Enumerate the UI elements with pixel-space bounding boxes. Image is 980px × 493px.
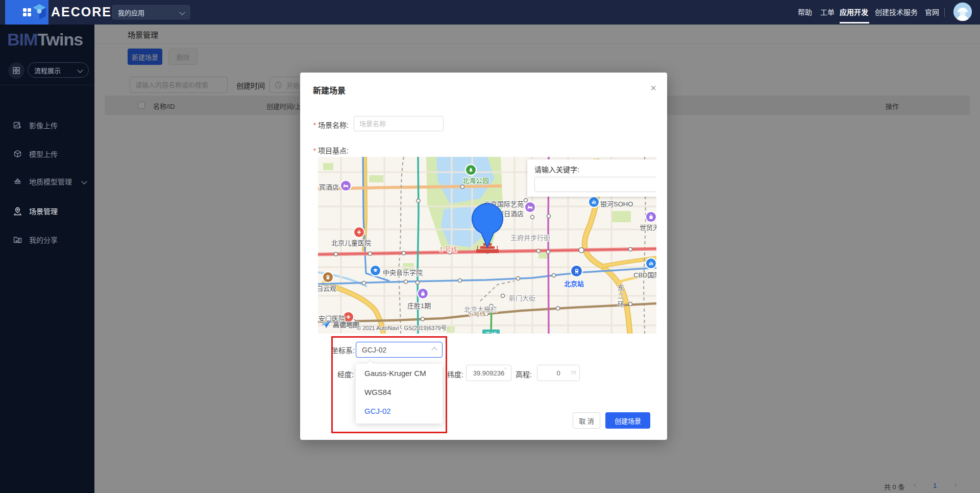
temple-icon [323,272,333,282]
dropdown-option-gcj02[interactable]: GCJ-02 [356,402,443,420]
cancel-button[interactable]: 取 消 [573,412,600,429]
map-attribution: © 2021 AutoNavi - GS(2019)6379号 [357,323,447,332]
layers-icon [13,177,22,186]
degree-unit: ° [504,366,507,373]
close-icon[interactable]: × [645,80,662,96]
coord-system-value: GCJ-02 [362,346,386,354]
top-menu-workorder[interactable]: 工单 [820,0,835,25]
hotel-icon [525,202,535,212]
helmet-user-icon [953,3,972,21]
map-canvas[interactable]: 北海公园 宾酒店 北京儿童医院 中央音乐学院 白云观 安门医院 庄胜1期 北京大… [318,157,656,334]
scene-name-label: 场景名称: [309,120,349,130]
hotel-icon [341,181,351,191]
coord-system-dropdown: Gauss-Kruger CM WGS84 GCJ-02 [356,364,443,424]
modal-title: 新建场景 [313,84,346,96]
poi-label-tianqiao-station: 天桥 [482,330,500,334]
chevron-down-icon [179,9,185,15]
brand-name: AECORE [51,5,112,19]
image-upload-icon [13,121,22,130]
poi-label-cbd: CBD国际 [633,270,656,279]
sidebar-item-label: 模型上传 [29,149,58,159]
top-bar: AECORE 我的应用 帮助 工单 应用开发 创建技术服务 官网 [0,0,980,25]
cube-upload-icon [13,150,22,158]
building-icon [589,197,599,207]
sidebar-item-label: 场景管理 [29,206,58,216]
chevron-up-icon [431,347,437,353]
park-icon [466,165,476,175]
brand-logo: AECORE [32,4,112,20]
ring-road-label: 东二环 [616,285,625,309]
poi-label-baiyunguan: 白云观 [318,283,336,293]
sidebar-item-label: 我的分享 [29,234,58,245]
flow-mode-value: 流程展示 [34,65,61,75]
sidebar-item-image-upload[interactable]: 影像上传 [0,115,94,135]
hospital-icon [354,227,364,237]
dropdown-option-gauss-kruger[interactable]: Gauss-Kruger CM [356,364,443,383]
school-icon [371,266,380,275]
user-avatar[interactable] [953,3,972,21]
coord-system-label: 坐标系: [315,345,355,355]
layout-grid-button[interactable] [8,62,24,79]
divider [944,8,945,17]
amap-logo: 高德地图 [321,319,359,329]
sidebar-item-scene-management[interactable]: 场景管理 [0,201,94,221]
poi-label-galaxy-soho: 银河SOHO [600,199,633,208]
map-keyword-panel: 请输入关键字: [527,159,656,197]
share-icon [13,236,22,244]
app-switcher-value: 我的应用 [118,8,144,17]
amap-logo-text: 高德地图 [333,319,359,329]
sidebar: BIMTwins 流程展示 影像上传 [0,25,94,493]
sidebar-item-label: 影像上传 [29,120,58,130]
logo-twins: Twins [37,30,83,49]
sidebar-item-label: 地质模型管理 [29,176,72,186]
poi-label-wangfujing: 王府井步行街 [510,232,550,242]
sidebar-item-geology-model[interactable]: 地质模型管理 [0,171,94,192]
scene-name-input[interactable] [354,116,444,131]
shopping-icon [646,212,656,222]
dropdown-option-wgs84[interactable]: WGS84 [356,383,443,402]
amap-plane-icon [321,320,332,329]
top-menu-help[interactable]: 帮助 [798,0,812,25]
chevron-down-icon [81,178,87,184]
meter-unit: m [571,369,576,376]
building-icon [646,259,656,268]
app-switcher-select[interactable]: 我的应用 [112,5,190,19]
location-pin-marker[interactable] [471,200,504,251]
longitude-label: 经度: [328,369,354,379]
altitude-label: 高程: [511,369,532,379]
train-station-icon [571,266,582,276]
poi-label-hotel: 宾酒店 [319,182,339,192]
create-scene-button[interactable]: 创建场景 [605,412,650,429]
keyword-input[interactable] [534,177,656,192]
active-menu-underline [840,22,869,24]
top-menu-official-site[interactable]: 官网 [925,0,939,25]
map-pin-icon [13,207,22,216]
apps-grid-icon [22,7,32,17]
new-scene-modal: 新建场景 × 场景名称: 项目基点: [300,73,667,440]
divider [0,85,94,85]
logo-bim: BIM [7,30,37,49]
sidebar-item-model-upload[interactable]: 模型上传 [0,144,94,164]
top-menu-tech-service[interactable]: 创建技术服务 [875,0,918,25]
coord-system-select[interactable]: GCJ-02 [356,342,443,358]
shopping-icon [418,289,428,298]
aecore-cube-icon [32,4,47,20]
poi-label-zhuangsheng: 庄胜1期 [407,300,431,310]
top-menu-app-dev[interactable]: 应用开发 [840,0,868,25]
chevron-down-icon [77,67,83,73]
grid-icon [12,66,20,75]
poi-label-children-hospital: 北京儿童医院 [331,238,371,247]
poi-label-beihai-park: 北海公园 [462,175,489,185]
keyword-label: 请输入关键字: [534,164,579,174]
flow-mode-select[interactable]: 流程展示 [28,62,89,78]
sidebar-item-my-shares[interactable]: 我的分享 [0,229,94,250]
poi-label-music-conservatory: 中央音乐学院 [383,267,423,277]
metro-line1-label: 1-号线 [439,245,457,253]
poi-label-beijing-station: 北京站 [564,278,584,288]
bimtwins-logo: BIMTwins [7,30,83,50]
base-point-label: 项目基点: [309,145,349,155]
poi-label-shimao: 世贸天 [640,222,656,232]
poi-label-qianmen-street: 前门大街 [509,293,535,302]
